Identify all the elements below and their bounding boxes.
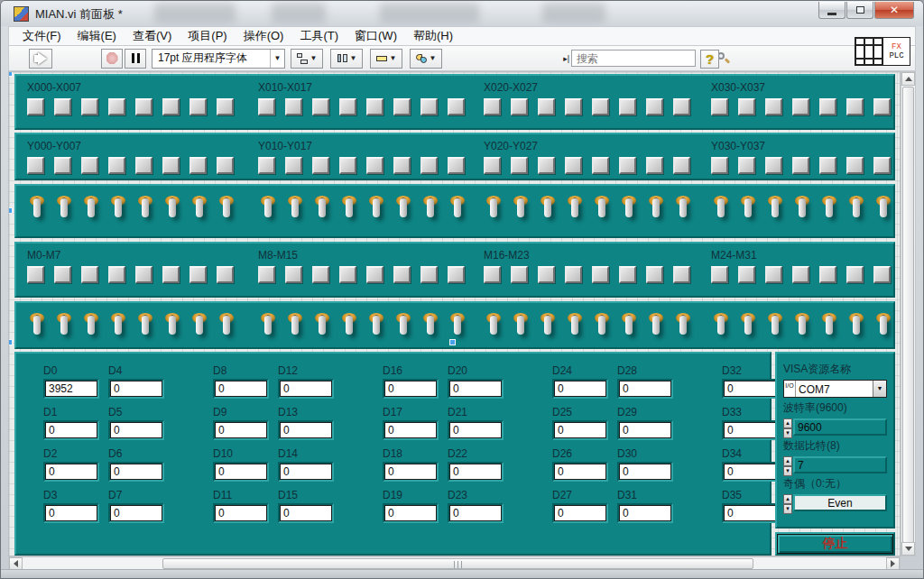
switch-lever-icon[interactable] bbox=[625, 198, 633, 217]
switch-lever-icon[interactable] bbox=[291, 198, 299, 217]
switch-lever-icon[interactable] bbox=[264, 316, 272, 335]
menu-item-5[interactable]: 操作(O) bbox=[236, 26, 292, 46]
toggle-switch[interactable] bbox=[217, 195, 244, 229]
toggle-switch[interactable] bbox=[846, 195, 873, 229]
toggle-switch[interactable] bbox=[738, 195, 765, 229]
data-bits-field[interactable]: 7 bbox=[793, 456, 887, 473]
switch-lever-icon[interactable] bbox=[652, 198, 660, 217]
register-field[interactable]: 0 bbox=[449, 464, 502, 480]
combo-dropdown-icon[interactable]: ▼ bbox=[873, 381, 886, 397]
switch-lever-icon[interactable] bbox=[880, 198, 887, 217]
switch-lever-icon[interactable] bbox=[717, 316, 725, 335]
toggle-switch[interactable] bbox=[27, 195, 54, 229]
toggle-switch[interactable] bbox=[565, 312, 592, 346]
switch-lever-icon[interactable] bbox=[772, 316, 779, 335]
switch-lever-icon[interactable] bbox=[679, 198, 687, 217]
switch-lever-icon[interactable] bbox=[571, 198, 578, 217]
toggle-switch[interactable] bbox=[162, 312, 189, 346]
register-field[interactable]: 0 bbox=[280, 464, 332, 480]
toggle-switch[interactable] bbox=[619, 195, 646, 229]
toggle-switch[interactable] bbox=[448, 195, 475, 229]
restore-button[interactable] bbox=[846, 2, 873, 19]
register-field[interactable]: 0 bbox=[554, 422, 606, 438]
register-field[interactable]: 0 bbox=[110, 505, 162, 521]
horizontal-scroll-thumb[interactable] bbox=[162, 558, 753, 569]
switch-lever-icon[interactable] bbox=[264, 198, 272, 217]
toggle-switch[interactable] bbox=[339, 195, 366, 229]
toggle-switch[interactable] bbox=[54, 195, 81, 229]
switch-lever-icon[interactable] bbox=[454, 316, 461, 335]
switch-lever-icon[interactable] bbox=[679, 316, 687, 335]
toggle-switch[interactable] bbox=[538, 312, 565, 346]
switch-lever-icon[interactable] bbox=[799, 198, 806, 217]
register-field[interactable]: 0 bbox=[554, 464, 606, 480]
register-field[interactable]: 0 bbox=[45, 464, 97, 480]
register-field[interactable]: 0 bbox=[280, 381, 332, 397]
toggle-switch[interactable] bbox=[420, 312, 448, 346]
toggle-switch[interactable] bbox=[873, 195, 901, 229]
switch-lever-icon[interactable] bbox=[772, 198, 779, 217]
toggle-switch[interactable] bbox=[285, 312, 312, 346]
scroll-left-button[interactable] bbox=[9, 557, 23, 570]
font-selector[interactable]: 17pt 应用程序字体 ▼ bbox=[152, 49, 285, 69]
register-field[interactable]: 0 bbox=[215, 464, 267, 480]
switch-lever-icon[interactable] bbox=[223, 316, 230, 335]
minimize-button[interactable] bbox=[818, 2, 845, 19]
switch-lever-icon[interactable] bbox=[115, 316, 122, 335]
vertical-scrollbar[interactable] bbox=[901, 71, 916, 556]
toggle-switch[interactable] bbox=[792, 195, 819, 229]
toggle-switch[interactable] bbox=[673, 312, 700, 346]
toggle-switch[interactable] bbox=[162, 195, 189, 229]
connector-pane-icon[interactable] bbox=[855, 37, 883, 66]
toggle-switch[interactable] bbox=[81, 195, 108, 229]
switch-lever-icon[interactable] bbox=[544, 198, 551, 217]
switch-lever-icon[interactable] bbox=[880, 316, 887, 335]
switch-lever-icon[interactable] bbox=[717, 198, 725, 217]
register-field[interactable]: 0 bbox=[280, 505, 332, 521]
menu-item-3[interactable]: 查看(V) bbox=[125, 26, 180, 46]
scroll-right-button[interactable] bbox=[886, 557, 900, 570]
baud-rate-field[interactable]: 9600 bbox=[793, 418, 887, 436]
register-field[interactable]: 0 bbox=[619, 422, 671, 438]
parity-spinner[interactable]: ▲▼ bbox=[783, 494, 792, 511]
register-field[interactable]: 0 bbox=[215, 505, 267, 521]
toggle-switch[interactable] bbox=[792, 312, 819, 346]
register-field[interactable]: 0 bbox=[619, 505, 671, 521]
register-field[interactable]: 0 bbox=[110, 422, 162, 438]
selection-handle[interactable] bbox=[8, 71, 13, 77]
toggle-switch[interactable] bbox=[511, 312, 538, 346]
toggle-switch[interactable] bbox=[285, 195, 312, 229]
menu-item-7[interactable]: 窗口(W) bbox=[346, 26, 405, 46]
switch-lever-icon[interactable] bbox=[60, 198, 68, 217]
titlebar[interactable]: MIAN.vi 前面板 * ✕ bbox=[1, 1, 923, 26]
menu-item-2[interactable]: 编辑(E) bbox=[69, 26, 125, 46]
register-field[interactable]: 0 bbox=[724, 505, 776, 521]
register-field[interactable]: 0 bbox=[384, 381, 437, 397]
switch-lever-icon[interactable] bbox=[571, 316, 578, 335]
switch-lever-icon[interactable] bbox=[652, 316, 660, 335]
toggle-switch[interactable] bbox=[819, 312, 846, 346]
register-field[interactable]: 0 bbox=[619, 381, 671, 397]
register-field[interactable]: 0 bbox=[45, 422, 97, 438]
toggle-switch[interactable] bbox=[484, 195, 511, 229]
switch-lever-icon[interactable] bbox=[373, 198, 380, 217]
switch-lever-icon[interactable] bbox=[853, 198, 860, 217]
switch-lever-icon[interactable] bbox=[427, 316, 434, 335]
toggle-switch[interactable] bbox=[646, 195, 673, 229]
abort-button[interactable] bbox=[101, 49, 123, 69]
toggle-switch[interactable] bbox=[366, 312, 393, 346]
selection-handle[interactable] bbox=[449, 339, 456, 345]
switch-lever-icon[interactable] bbox=[223, 198, 230, 217]
toggle-switch[interactable] bbox=[108, 195, 135, 229]
switch-lever-icon[interactable] bbox=[291, 316, 299, 335]
toggle-switch[interactable] bbox=[711, 195, 738, 229]
toggle-switch[interactable] bbox=[738, 312, 765, 346]
toggle-switch[interactable] bbox=[189, 195, 217, 229]
register-field[interactable]: 3952 bbox=[45, 381, 97, 397]
toggle-switch[interactable] bbox=[420, 195, 448, 229]
register-field[interactable]: 0 bbox=[724, 381, 776, 397]
switch-lever-icon[interactable] bbox=[196, 316, 203, 335]
switch-lever-icon[interactable] bbox=[427, 198, 434, 217]
switch-lever-icon[interactable] bbox=[799, 316, 806, 335]
toggle-switch[interactable] bbox=[819, 195, 846, 229]
